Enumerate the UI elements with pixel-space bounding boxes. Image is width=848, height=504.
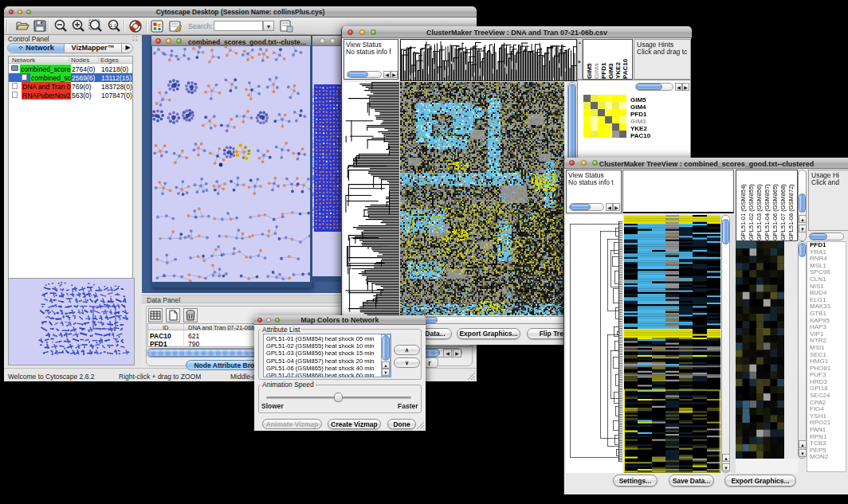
svg-text:1:1: 1:1 <box>110 23 117 28</box>
